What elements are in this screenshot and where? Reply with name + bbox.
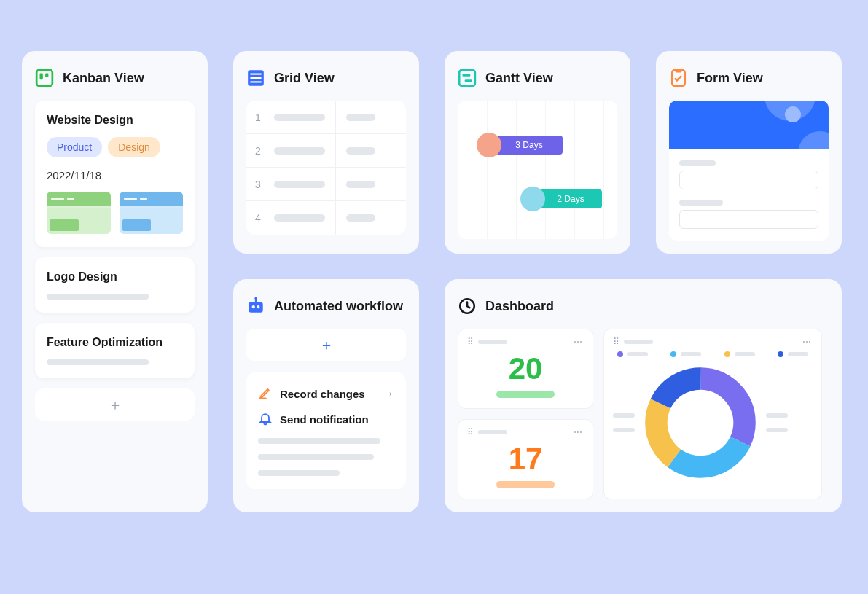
kpi-progress <box>496 481 555 488</box>
workflow-title: Automated workflow <box>274 299 403 314</box>
kanban-panel: Kanban View Website Design Product Desig… <box>22 51 208 512</box>
workflow-step[interactable]: Send notification <box>258 411 394 428</box>
form-panel: Form View <box>656 51 842 254</box>
grid-view-title: Grid View <box>274 71 335 86</box>
gantt-marker <box>477 133 501 157</box>
kpi-progress <box>496 391 555 398</box>
workflow-step-label: Send notification <box>280 413 369 426</box>
table-row[interactable]: 3 <box>246 168 406 201</box>
drag-handle-icon: ⠿ <box>613 337 619 347</box>
row-number: 4 <box>255 212 264 224</box>
bell-icon <box>258 411 273 428</box>
svg-rect-5 <box>250 77 261 79</box>
kanban-card-title: Logo Design <box>47 270 183 284</box>
edit-icon <box>258 386 273 402</box>
workflow-panel: Automated workflow ＋ Record changes → Se… <box>233 279 419 512</box>
gantt-bar-item[interactable]: 2 Days <box>520 187 602 211</box>
kanban-header: Kanban View <box>35 69 195 87</box>
dashboard-panel: Dashboard ⠿ ⋯ 20 ⠿ ⋯ <box>445 279 842 512</box>
svg-rect-0 <box>36 70 52 86</box>
form-title: Form View <box>697 71 763 86</box>
kpi-value: 20 <box>467 347 584 388</box>
svg-rect-11 <box>676 69 682 72</box>
kanban-card-title: Feature Optimization <box>47 336 183 349</box>
svg-point-16 <box>254 297 257 300</box>
gantt-panel: Gantt View 3 Days 2 Days <box>445 51 630 254</box>
dashboard-header: Dashboard <box>458 297 829 316</box>
dashboard-icon <box>458 297 477 316</box>
robot-icon <box>246 297 265 316</box>
table-row[interactable]: 2 <box>246 134 406 168</box>
svg-rect-6 <box>250 81 261 82</box>
svg-rect-4 <box>250 74 261 75</box>
chart-legend <box>613 351 813 357</box>
grid-icon <box>246 69 265 87</box>
drag-handle-icon: ⠿ <box>467 427 474 437</box>
grid-view-header: Grid View <box>246 69 406 87</box>
kanban-thumbnails <box>47 192 183 234</box>
workflow-step-label: Record changes <box>280 388 365 400</box>
svg-rect-8 <box>463 74 471 77</box>
dashboard-title: Dashboard <box>485 299 554 314</box>
plus-icon: ＋ <box>108 395 122 415</box>
svg-rect-9 <box>465 79 472 82</box>
form-input[interactable] <box>679 171 818 189</box>
donut-chart-card[interactable]: ⠿ ⋯ <box>603 329 822 499</box>
svg-point-14 <box>257 305 259 308</box>
more-icon[interactable]: ⋯ <box>574 427 584 437</box>
tag-design[interactable]: Design <box>108 137 160 157</box>
grid-table: 1 2 3 4 <box>246 101 406 235</box>
plus-icon: ＋ <box>319 335 334 355</box>
workflow-card: Record changes → Send notification <box>246 372 406 489</box>
kanban-card[interactable]: Website Design Product Design 2022/11/18 <box>35 101 195 247</box>
svg-rect-1 <box>40 74 43 80</box>
kanban-card-tags: Product Design <box>47 137 183 157</box>
kanban-title: Kanban View <box>63 71 144 86</box>
form-icon <box>669 69 688 87</box>
row-number: 2 <box>255 145 264 157</box>
kanban-icon <box>35 69 54 87</box>
kpi-card[interactable]: ⠿ ⋯ 17 <box>458 419 593 499</box>
drag-handle-icon: ⠿ <box>467 337 474 347</box>
form-header: Form View <box>669 69 829 87</box>
kpi-card[interactable]: ⠿ ⋯ 20 <box>458 329 593 409</box>
gantt-title: Gantt View <box>485 71 553 86</box>
svg-rect-7 <box>459 70 475 86</box>
kanban-card[interactable]: Logo Design <box>35 257 195 313</box>
gantt-marker <box>520 187 545 211</box>
gantt-bar-label: 3 Days <box>496 136 563 155</box>
chart-value-bars-left <box>613 413 635 432</box>
form-preview <box>669 101 829 241</box>
svg-point-13 <box>252 305 255 308</box>
workflow-header: Automated workflow <box>246 297 406 316</box>
form-hero-image <box>669 101 829 149</box>
gantt-chart: 3 Days 2 Days <box>458 101 617 239</box>
row-number: 3 <box>255 179 264 190</box>
add-card-button[interactable]: ＋ <box>35 388 195 421</box>
table-row[interactable]: 4 <box>246 201 406 235</box>
donut-chart <box>642 364 759 481</box>
table-row[interactable]: 1 <box>246 101 406 134</box>
arrow-right-icon: → <box>381 386 394 402</box>
more-icon[interactable]: ⋯ <box>802 337 813 347</box>
more-icon[interactable]: ⋯ <box>574 337 584 347</box>
gantt-header: Gantt View <box>458 69 617 87</box>
add-workflow-button[interactable]: ＋ <box>246 329 406 361</box>
svg-rect-12 <box>249 302 263 313</box>
form-input[interactable] <box>679 210 818 229</box>
kpi-value: 17 <box>467 437 584 478</box>
chart-value-bars-right <box>766 413 788 432</box>
kanban-card-date: 2022/11/18 <box>47 169 183 181</box>
gantt-bar-item[interactable]: 3 Days <box>477 133 563 157</box>
tag-product[interactable]: Product <box>47 137 102 157</box>
gantt-bar-label: 2 Days <box>539 189 602 208</box>
gantt-icon <box>458 69 477 87</box>
thumbnail-green <box>47 192 111 234</box>
grid-view-panel: Grid View 1 2 3 4 <box>233 51 419 254</box>
row-number: 1 <box>255 112 264 123</box>
kanban-card-title: Website Design <box>47 114 183 127</box>
workflow-step[interactable]: Record changes → <box>258 386 394 402</box>
thumbnail-blue <box>120 192 184 234</box>
kanban-card[interactable]: Feature Optimization <box>35 323 195 378</box>
svg-rect-2 <box>45 74 48 77</box>
